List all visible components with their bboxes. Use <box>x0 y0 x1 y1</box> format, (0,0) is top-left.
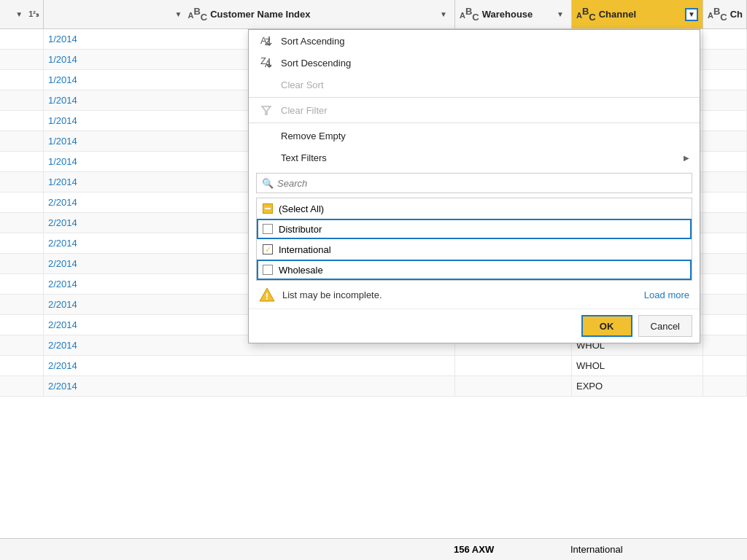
cell-index <box>0 274 44 294</box>
menu-separator-2 <box>249 122 700 123</box>
cell-ch2 <box>703 376 747 396</box>
customer-sort-btn[interactable]: ▼ <box>437 8 450 21</box>
cell-index <box>0 90 44 110</box>
cell-index <box>0 315 44 335</box>
cell-ch2 <box>703 90 747 110</box>
header-warehouse-label: Warehouse <box>482 9 533 20</box>
cell-ch2 <box>703 192 747 212</box>
cell-index <box>0 356 44 376</box>
cell-index <box>0 233 44 253</box>
checkbox-select-all-label: (Select All) <box>279 203 324 214</box>
sort-descending-item[interactable]: Z A Sort Descending <box>249 52 700 74</box>
cell-index <box>0 172 44 192</box>
footer-index <box>6 539 50 560</box>
footer-row: 156 AXW International <box>0 538 747 560</box>
checkbox-select-all[interactable]: (Select All) <box>257 198 692 219</box>
spreadsheet-table: ▼ 1²₃ 1²₃ ▼ ABC Customer Name Index ▼ AB… <box>0 0 747 560</box>
channel-dropdown-menu: A Z Sort Ascending Z A Sort Descending <box>248 29 700 343</box>
header-channel: ABC Channel ▼ <box>572 0 703 28</box>
cell-ch2 <box>703 233 747 253</box>
button-row: OK Cancel <box>249 308 700 343</box>
cell-index <box>0 213 44 233</box>
header-ch2-label: Ch <box>730 9 743 20</box>
sort-descending-label: Sort Descending <box>281 58 351 69</box>
warehouse-filter-btn[interactable]: ▼ <box>554 8 567 21</box>
cell-ch2 <box>703 315 747 335</box>
header-row: ▼ 1²₃ 1²₃ ▼ ABC Customer Name Index ▼ AB… <box>0 0 747 29</box>
warning-triangle: ! <box>259 287 275 303</box>
cell-ch2 <box>703 29 747 49</box>
sort-ascending-icon: A Z <box>259 35 274 47</box>
cancel-button[interactable]: Cancel <box>638 315 692 337</box>
text-filters-item[interactable]: Text Filters <box>249 147 700 168</box>
table-row: 2/2014 WHOL <box>0 356 747 376</box>
warning-area: ! List may be incomplete. Load more <box>249 281 700 308</box>
checkbox-wholesale[interactable]: Wholesale <box>257 260 692 280</box>
svg-text:!: ! <box>266 291 268 302</box>
load-more-link[interactable]: Load more <box>644 289 689 300</box>
header-channel-label: Channel <box>599 9 636 20</box>
remove-empty-item[interactable]: Remove Empty <box>249 125 700 147</box>
cell-index <box>0 295 44 314</box>
checkbox-wholesale-label: Wholesale <box>279 265 323 276</box>
clear-filter-icon <box>259 104 274 116</box>
warning-text: List may be incomplete. <box>282 289 382 300</box>
checkbox-distributor-label: Distributor <box>279 224 322 235</box>
cell-index <box>0 376 44 396</box>
menu-separator-1 <box>249 97 700 98</box>
cell-customer: 2/2014 <box>44 376 455 396</box>
header-ch2: ABC Ch <box>703 0 747 28</box>
clear-sort-item: Clear Sort <box>249 74 700 96</box>
search-box: 🔍 <box>256 173 692 193</box>
cell-index <box>0 29 44 49</box>
checkbox-wholesale-box <box>263 265 273 275</box>
cell-warehouse <box>455 356 572 376</box>
footer-channel-value: International <box>570 544 623 555</box>
cell-index <box>0 111 44 131</box>
cell-ch2 <box>703 356 747 376</box>
cell-index <box>0 131 44 151</box>
checkbox-international-box: ✓ <box>263 244 273 254</box>
checkbox-list: (Select All) Distributor ✓ International… <box>256 198 692 281</box>
footer-customer <box>50 539 449 560</box>
cell-ch2 <box>703 254 747 273</box>
cell-warehouse <box>455 376 572 396</box>
cell-index <box>0 192 44 212</box>
sort-ascending-item[interactable]: A Z Sort Ascending <box>249 30 700 52</box>
cell-index <box>0 50 44 69</box>
clear-filter-label: Clear Filter <box>281 105 328 116</box>
cell-ch2 <box>703 111 747 131</box>
ok-button[interactable]: OK <box>581 315 632 337</box>
channel-filter-btn[interactable]: ▼ <box>685 8 698 21</box>
sort-ascending-label: Sort Ascending <box>281 36 344 47</box>
footer-ch2 <box>697 539 741 560</box>
cell-index <box>0 152 44 171</box>
checkbox-select-all-box <box>263 203 273 214</box>
text-filters-label: Text Filters <box>281 152 327 163</box>
cell-ch2 <box>703 213 747 233</box>
index-filter-btn[interactable]: ▼ <box>12 8 26 21</box>
cell-index <box>0 70 44 90</box>
footer-warehouse: 156 AXW <box>449 539 566 560</box>
svg-text:A: A <box>265 58 271 69</box>
cell-ch2 <box>703 50 747 69</box>
header-index: ▼ 1²₃ 1²₃ <box>0 0 44 28</box>
table-row: 2/2014 EXPO <box>0 376 747 397</box>
customer-filter-btn[interactable]: ▼ <box>172 8 185 21</box>
cell-index <box>0 254 44 273</box>
cell-ch2 <box>703 152 747 171</box>
clear-sort-label: Clear Sort <box>281 79 324 90</box>
checkbox-distributor[interactable]: Distributor <box>257 219 692 239</box>
remove-empty-label: Remove Empty <box>281 131 346 141</box>
header-customer: ▼ ABC Customer Name Index ▼ <box>44 0 455 28</box>
svg-marker-6 <box>262 106 271 114</box>
header-customer-label: Customer Name Index <box>210 9 310 20</box>
checkbox-international-label: International <box>279 244 331 255</box>
search-input[interactable] <box>256 173 692 193</box>
cell-channel: WHOL <box>572 356 703 376</box>
checkbox-distributor-box <box>263 224 273 234</box>
sort-descending-icon: Z A <box>259 57 274 69</box>
footer-warehouse-value: 156 AXW <box>454 544 494 555</box>
checkbox-international[interactable]: ✓ International <box>257 239 692 260</box>
cell-ch2 <box>703 172 747 192</box>
